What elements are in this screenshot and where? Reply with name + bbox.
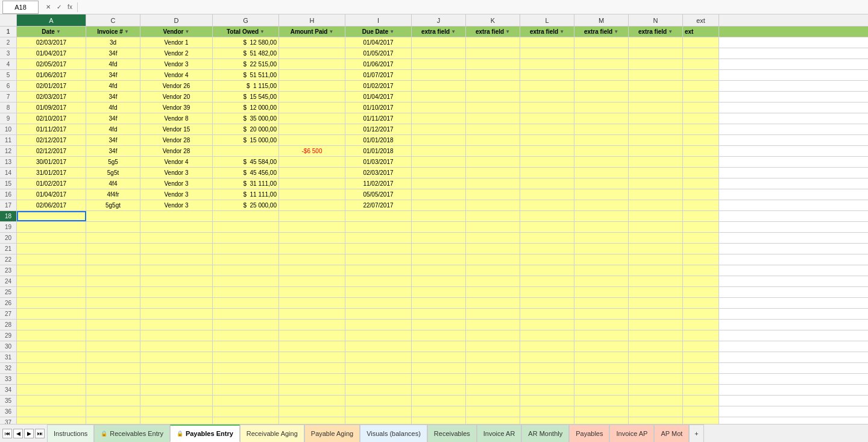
- cell-extra-more[interactable]: [683, 352, 719, 362]
- cell-due-date[interactable]: [345, 265, 412, 276]
- cell-extra-more[interactable]: [683, 276, 719, 286]
- cell-total-owed[interactable]: $ 15 545,00: [213, 92, 279, 102]
- cell-date[interactable]: [17, 417, 86, 424]
- cell-extra-n[interactable]: [629, 276, 683, 286]
- tab-ar-monthly[interactable]: AR Monthly: [521, 425, 569, 442]
- cell-vendor[interactable]: Vendor 39: [140, 103, 213, 113]
- cell-extra-j[interactable]: [412, 70, 466, 80]
- cell-extra-k[interactable]: [466, 59, 520, 69]
- cell-amount-paid[interactable]: [279, 276, 345, 286]
- cell-vendor[interactable]: Vendor 4: [140, 70, 213, 80]
- cell-due-date[interactable]: 01/01/2018: [345, 146, 412, 156]
- cell-extra-k[interactable]: [466, 276, 520, 286]
- cell-vendor[interactable]: Vendor 28: [140, 146, 213, 156]
- cell-total-owed[interactable]: [213, 265, 279, 276]
- cell-extra-more[interactable]: [683, 157, 719, 167]
- cell-due-date[interactable]: [345, 352, 412, 362]
- cell-invoice[interactable]: [86, 265, 140, 276]
- tab-payable-aging[interactable]: Payable Aging: [304, 425, 360, 442]
- cell-extra-k[interactable]: [466, 298, 520, 308]
- cell-vendor[interactable]: Vendor 3: [140, 189, 213, 200]
- cell-date[interactable]: 02/12/2017: [17, 135, 86, 145]
- cell-date[interactable]: [17, 330, 86, 341]
- cell-invoice[interactable]: [86, 406, 140, 417]
- cell-extra-m[interactable]: [574, 374, 629, 384]
- cell-extra-n[interactable]: [629, 417, 683, 424]
- cell-due-date[interactable]: 01/10/2017: [345, 103, 412, 113]
- cell-extra-l[interactable]: [520, 48, 574, 58]
- cell-total-owed[interactable]: [213, 363, 279, 373]
- cell-extra-n[interactable]: [629, 309, 683, 319]
- cell-date[interactable]: [17, 276, 86, 286]
- cell-extra-n[interactable]: [629, 135, 683, 145]
- cell-extra-m[interactable]: [574, 287, 629, 297]
- cell-total-owed[interactable]: [213, 417, 279, 424]
- cell-extra-m[interactable]: [574, 157, 629, 167]
- cell-extra-l[interactable]: [520, 211, 574, 221]
- cell-extra-m[interactable]: [574, 330, 629, 341]
- cell-extra-l[interactable]: [520, 178, 574, 189]
- cell-extra-more[interactable]: [683, 406, 719, 417]
- cell-due-date[interactable]: [345, 276, 412, 286]
- cell-due-date[interactable]: 01/02/2017: [345, 81, 412, 91]
- cell-date[interactable]: [17, 211, 86, 221]
- cell-total-owed[interactable]: [213, 222, 279, 232]
- cell-extra-more[interactable]: [683, 244, 719, 254]
- cell-extra-k[interactable]: [466, 146, 520, 156]
- cell-extra-k[interactable]: [466, 37, 520, 48]
- cell-due-date[interactable]: [345, 341, 412, 352]
- cell-extra-l[interactable]: [520, 276, 574, 286]
- cell-extra-k[interactable]: [466, 309, 520, 319]
- cell-amount-paid[interactable]: [279, 113, 345, 124]
- cell-extra-n[interactable]: [629, 37, 683, 48]
- cell-extra-k[interactable]: [466, 352, 520, 362]
- cell-extra-m[interactable]: [574, 135, 629, 145]
- cell-extra-m[interactable]: [574, 320, 629, 330]
- cell-extra-n[interactable]: [629, 254, 683, 265]
- cell-extra-l[interactable]: [520, 135, 574, 145]
- cell-total-owed[interactable]: [213, 244, 279, 254]
- cell-extra-j[interactable]: [412, 265, 466, 276]
- header-cell-vendor[interactable]: Vendor ▼: [140, 27, 213, 37]
- cell-extra-m[interactable]: [574, 124, 629, 134]
- cell-extra-m[interactable]: [574, 200, 629, 210]
- cell-extra-n[interactable]: [629, 341, 683, 352]
- cell-amount-paid[interactable]: [279, 59, 345, 69]
- cell-date[interactable]: [17, 320, 86, 330]
- cell-due-date[interactable]: [345, 309, 412, 319]
- cell-extra-m[interactable]: [574, 113, 629, 124]
- cell-date[interactable]: [17, 385, 86, 395]
- cell-extra-more[interactable]: [683, 320, 719, 330]
- cell-extra-l[interactable]: [520, 265, 574, 276]
- cell-amount-paid[interactable]: [279, 298, 345, 308]
- cell-extra-m[interactable]: [574, 385, 629, 395]
- cell-due-date[interactable]: 01/06/2017: [345, 59, 412, 69]
- cell-amount-paid[interactable]: [279, 135, 345, 145]
- cell-due-date[interactable]: 01/04/2017: [345, 92, 412, 102]
- cell-invoice[interactable]: [86, 396, 140, 406]
- cell-total-owed[interactable]: $ 22 515,00: [213, 59, 279, 69]
- tab-nav-next[interactable]: ▶: [24, 429, 34, 438]
- cell-date[interactable]: [17, 265, 86, 276]
- cell-invoice[interactable]: [86, 211, 140, 221]
- cell-extra-more[interactable]: [683, 233, 719, 243]
- cell-extra-j[interactable]: [412, 276, 466, 286]
- cell-extra-k[interactable]: [466, 254, 520, 265]
- header-cell-amount-paid[interactable]: Amount Paid ▼: [279, 27, 345, 37]
- cell-date[interactable]: 02/10/2017: [17, 113, 86, 124]
- cell-extra-m[interactable]: [574, 92, 629, 102]
- cell-extra-l[interactable]: [520, 417, 574, 424]
- cell-due-date[interactable]: 11/02/2017: [345, 178, 412, 189]
- cell-extra-k[interactable]: [466, 113, 520, 124]
- cell-date[interactable]: [17, 309, 86, 319]
- cell-vendor[interactable]: [140, 363, 213, 373]
- tab-nav-prev[interactable]: ◀: [13, 429, 23, 438]
- cell-date[interactable]: 01/11/2017: [17, 124, 86, 134]
- col-header-h[interactable]: H: [279, 14, 345, 26]
- cell-vendor[interactable]: Vendor 3: [140, 200, 213, 210]
- cell-total-owed[interactable]: $ 12 000,00: [213, 103, 279, 113]
- formula-input[interactable]: [78, 1, 868, 14]
- cell-invoice[interactable]: [86, 254, 140, 265]
- cell-extra-m[interactable]: [574, 189, 629, 200]
- cell-extra-more[interactable]: [683, 37, 719, 48]
